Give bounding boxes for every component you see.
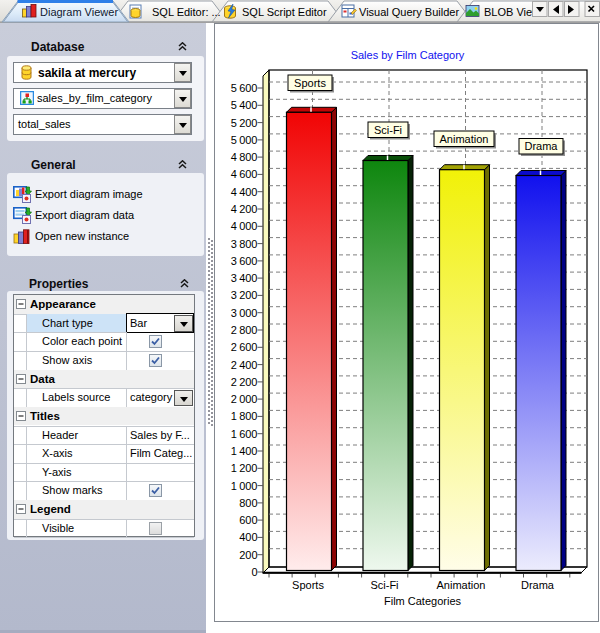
svg-text:3 800: 3 800 — [231, 238, 258, 250]
svg-text:5 200: 5 200 — [231, 117, 258, 129]
svg-text:BLOB View: BLOB View — [484, 6, 540, 18]
svg-text:3 200: 3 200 — [231, 289, 258, 301]
svg-text:2 600: 2 600 — [231, 341, 258, 353]
svg-text:5 400: 5 400 — [231, 99, 258, 111]
svg-text:1 400: 1 400 — [231, 445, 258, 457]
svg-text:Sci-Fi: Sci-Fi — [374, 124, 402, 136]
svg-text:1 000: 1 000 — [231, 480, 258, 492]
svg-text:2 400: 2 400 — [231, 359, 258, 371]
svg-text:Sales by Film Category: Sales by Film Category — [351, 49, 465, 61]
svg-text:Diagram Viewer: Diagram Viewer — [40, 6, 118, 18]
svg-text:200: 200 — [239, 549, 257, 561]
svg-text:400: 400 — [239, 531, 257, 543]
svg-text:5 600: 5 600 — [231, 82, 258, 94]
svg-text:1 200: 1 200 — [231, 462, 258, 474]
svg-text:SQL Script Editor: SQL Script Editor — [242, 6, 327, 18]
svg-text:Sports: Sports — [294, 77, 326, 89]
svg-text:4 800: 4 800 — [231, 151, 258, 163]
svg-text:Drama: Drama — [521, 579, 555, 591]
svg-text:600: 600 — [239, 514, 257, 526]
svg-text:2 000: 2 000 — [231, 393, 258, 405]
svg-text:3 600: 3 600 — [231, 255, 258, 267]
svg-text:Sci-Fi: Sci-Fi — [370, 579, 398, 591]
svg-text:3 400: 3 400 — [231, 272, 258, 284]
svg-text:5 000: 5 000 — [231, 134, 258, 146]
svg-text:Animation: Animation — [440, 133, 489, 145]
svg-text:Film Categories: Film Categories — [384, 595, 462, 607]
svg-text:4 400: 4 400 — [231, 186, 258, 198]
svg-text:2 200: 2 200 — [231, 376, 258, 388]
svg-text:4 600: 4 600 — [231, 168, 258, 180]
svg-text:Sports: Sports — [292, 579, 324, 591]
svg-text:2 800: 2 800 — [231, 324, 258, 336]
svg-text:3 000: 3 000 — [231, 307, 258, 319]
svg-text:1 800: 1 800 — [231, 410, 258, 422]
svg-text:4 000: 4 000 — [231, 220, 258, 232]
svg-text:Animation: Animation — [437, 579, 486, 591]
svg-text:Drama: Drama — [524, 140, 558, 152]
svg-text:1 600: 1 600 — [231, 428, 258, 440]
svg-text:800: 800 — [239, 497, 257, 509]
svg-text:4 200: 4 200 — [231, 203, 258, 215]
svg-text:SQL Editor: ...: SQL Editor: ... — [152, 6, 221, 18]
svg-text:0: 0 — [251, 566, 257, 578]
svg-text:Visual Query Builder: Visual Query Builder — [359, 6, 459, 18]
